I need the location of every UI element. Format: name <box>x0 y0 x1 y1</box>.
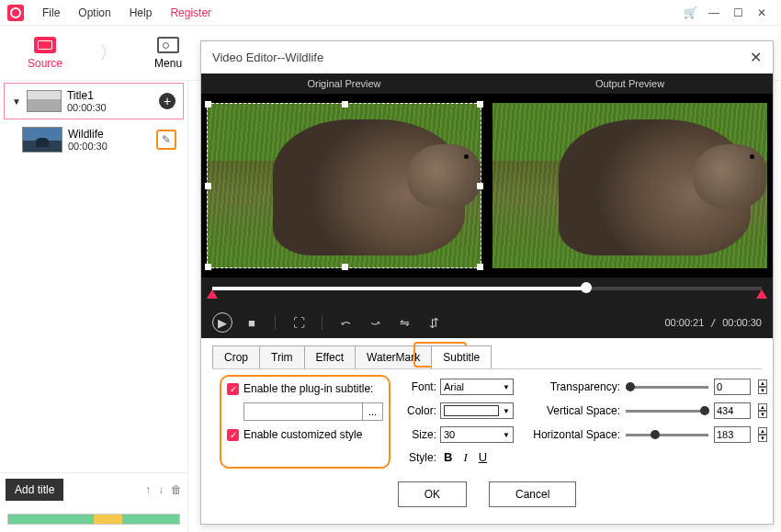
source-icon <box>34 37 56 53</box>
playback-controls: ▶ ■ ⛶ ⤺ ⤻ ⇋ ⇵ 00:00:21 / 00:00:30 <box>201 307 773 338</box>
dialog-close-button[interactable]: ✕ <box>750 49 762 66</box>
transparency-label: Transparency: <box>528 380 620 393</box>
menu-file[interactable]: File <box>33 6 69 19</box>
underline-button[interactable]: U <box>479 450 487 465</box>
rotate-right-button[interactable]: ⤻ <box>365 312 385 333</box>
vspace-value[interactable]: 434 <box>714 402 751 419</box>
subtitle-file-input[interactable] <box>243 402 363 421</box>
spin-down[interactable]: ▼ <box>758 387 767 394</box>
expand-icon[interactable]: ▼ <box>12 96 21 107</box>
tab-effect[interactable]: Effect <box>304 345 356 368</box>
step-menu[interactable]: Menu <box>145 33 191 74</box>
move-up-icon[interactable]: ↑ <box>145 483 151 496</box>
vspace-slider[interactable] <box>626 410 708 413</box>
clip-name: Wildlife <box>68 128 151 141</box>
timeline-track[interactable] <box>212 287 762 290</box>
enable-custom-label: Enable customized style <box>243 428 362 441</box>
editor-tabs: Crop Trim Effect WaterMark Subtitle <box>201 338 773 368</box>
stop-button[interactable]: ■ <box>242 312 262 333</box>
spin-up[interactable]: ▲ <box>758 427 767 435</box>
crop-handle[interactable] <box>205 101 211 108</box>
trash-icon[interactable]: 🗑 <box>171 483 182 496</box>
chevron-down-icon: ▼ <box>503 431 510 439</box>
video-editor-dialog: Video Editor--Wildlife ✕ Original Previe… <box>200 40 774 525</box>
step-source[interactable]: Source <box>18 33 72 74</box>
hspace-value[interactable]: 183 <box>714 426 751 443</box>
hspace-slider[interactable] <box>626 434 708 436</box>
clip-thumbnail <box>22 127 62 153</box>
slider-column: Transparency: 0 ▲▼ Vertical Space: 434 ▲… <box>528 379 767 465</box>
clip-item[interactable]: Wildlife 00:00:30 ✎ <box>4 121 184 158</box>
transparency-value[interactable]: 0 <box>714 379 751 395</box>
menu-register[interactable]: Register <box>161 6 221 19</box>
crop-handle[interactable] <box>342 101 348 108</box>
close-button[interactable]: ✕ <box>750 4 774 22</box>
edit-clip-button[interactable]: ✎ <box>156 130 176 150</box>
ok-button[interactable]: OK <box>398 481 467 507</box>
preview-row <box>201 94 773 277</box>
checkbox-enable-plugin[interactable]: ✓ <box>227 383 239 395</box>
subtitle-left-column: ✓ Enable the plug-in subtitle: ... ✓ Ena… <box>223 379 387 465</box>
checkbox-enable-custom[interactable]: ✓ <box>227 429 239 441</box>
original-preview[interactable] <box>207 103 481 268</box>
crop-handle[interactable] <box>477 101 483 108</box>
tab-subtitle[interactable]: Subtitle <box>431 345 492 368</box>
add-title-button[interactable]: Add title <box>6 479 63 501</box>
subtitle-options: ✓ Enable the plug-in subtitle: ... ✓ Ena… <box>212 368 762 474</box>
bold-button[interactable]: B <box>444 450 452 465</box>
preview-headers: Original Preview Output Preview <box>201 74 773 94</box>
size-select[interactable]: 30▼ <box>440 426 514 443</box>
flip-h-button[interactable]: ⇋ <box>394 312 414 333</box>
tab-trim[interactable]: Trim <box>259 345 305 368</box>
output-preview-label: Output Preview <box>487 74 773 94</box>
flip-v-button[interactable]: ⇵ <box>424 312 444 333</box>
sidebar-footer: Add title ↑ ↓ 🗑 <box>0 472 187 532</box>
crop-handle[interactable] <box>477 264 483 270</box>
snapshot-button[interactable]: ⛶ <box>289 312 309 333</box>
size-label: Size: <box>402 428 436 441</box>
trim-end-marker[interactable] <box>756 289 767 299</box>
menu-option[interactable]: Option <box>69 6 119 19</box>
menu-help[interactable]: Help <box>120 6 162 19</box>
trim-start-marker[interactable] <box>207 289 218 299</box>
font-column: Font: Arial▼ Color: ▼ Size: 30▼ Style: B… <box>402 379 514 465</box>
menubar: File Option Help Register 🛒 — ☐ ✕ <box>0 0 781 26</box>
crop-handle[interactable] <box>205 183 211 189</box>
step-arrow-icon: 〉 <box>99 40 118 65</box>
title-item[interactable]: ▼ Title1 00:00:30 + <box>4 83 184 119</box>
enable-plugin-label: Enable the plug-in subtitle: <box>243 382 373 395</box>
spin-down[interactable]: ▼ <box>758 411 767 418</box>
tab-crop[interactable]: Crop <box>212 345 260 368</box>
playhead[interactable] <box>581 282 592 293</box>
timecode: 00:00:21 / 00:00:30 <box>664 317 762 329</box>
title-name: Title1 <box>67 89 153 102</box>
color-label: Color: <box>402 404 436 417</box>
font-select[interactable]: Arial▼ <box>440 379 514 395</box>
cancel-button[interactable]: Cancel <box>489 481 576 507</box>
italic-button[interactable]: I <box>463 450 467 465</box>
play-button[interactable]: ▶ <box>212 312 232 333</box>
enable-custom-row[interactable]: ✓ Enable customized style <box>227 428 383 441</box>
chevron-down-icon: ▼ <box>503 383 510 391</box>
app-logo <box>7 5 24 21</box>
spin-down[interactable]: ▼ <box>758 435 767 442</box>
cart-icon[interactable]: 🛒 <box>678 4 702 22</box>
color-select[interactable]: ▼ <box>440 402 514 419</box>
browse-file-button[interactable]: ... <box>363 402 383 421</box>
title-thumbnail <box>27 90 62 112</box>
maximize-button[interactable]: ☐ <box>726 4 750 22</box>
minimize-button[interactable]: — <box>702 4 726 22</box>
timeline[interactable] <box>201 277 773 307</box>
transparency-slider[interactable] <box>626 386 708 389</box>
crop-frame[interactable] <box>207 103 481 268</box>
enable-plugin-row[interactable]: ✓ Enable the plug-in subtitle: <box>227 382 383 395</box>
crop-handle[interactable] <box>342 264 348 270</box>
spin-up[interactable]: ▲ <box>758 403 767 411</box>
spin-up[interactable]: ▲ <box>758 379 767 387</box>
move-down-icon[interactable]: ↓ <box>158 483 164 496</box>
hspace-label: Horizontal Space: <box>528 428 620 441</box>
add-clip-button[interactable]: + <box>159 93 175 109</box>
rotate-left-button[interactable]: ⤺ <box>335 312 356 333</box>
crop-handle[interactable] <box>477 183 483 189</box>
crop-handle[interactable] <box>205 264 211 270</box>
